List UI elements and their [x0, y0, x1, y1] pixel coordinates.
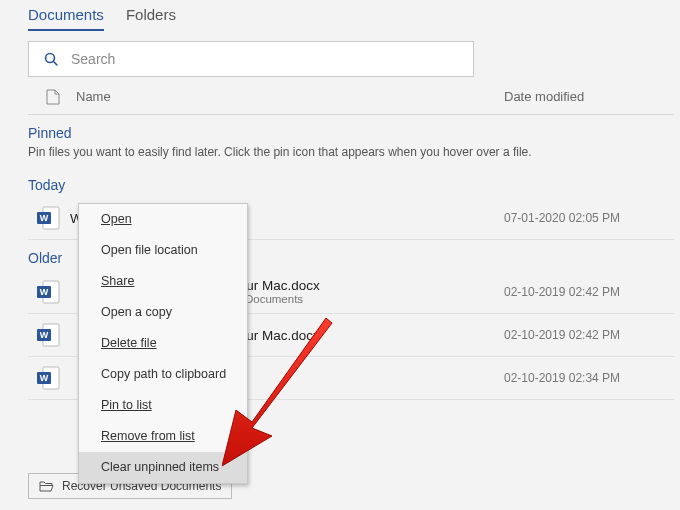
menu-clear-unpinned[interactable]: Clear unpinned items [79, 452, 247, 483]
menu-share[interactable]: Share [79, 266, 247, 297]
file-name: n Your Mac.docx [220, 328, 504, 343]
section-pinned-title: Pinned [28, 115, 680, 145]
menu-open-a-copy[interactable]: Open a copy [79, 297, 247, 328]
column-date[interactable]: Date modified [504, 89, 674, 108]
section-pinned-desc: Pin files you want to easily find later.… [28, 145, 680, 167]
word-doc-icon: W [36, 279, 70, 305]
search-input[interactable]: Search [28, 41, 474, 77]
file-date: 02-10-2019 02:34 PM [504, 371, 674, 385]
svg-text:W: W [40, 287, 49, 297]
search-icon [43, 51, 59, 67]
section-today-title: Today [28, 167, 680, 197]
menu-pin-to-list[interactable]: Pin to list [79, 390, 247, 421]
svg-text:W: W [40, 373, 49, 383]
word-doc-icon: W [36, 322, 70, 348]
file-name: n Your Mac.docx [220, 278, 504, 293]
svg-text:W: W [40, 330, 49, 340]
list-header: Name Date modified [28, 77, 674, 115]
menu-delete-file[interactable]: Delete file [79, 328, 247, 359]
menu-open-file-location[interactable]: Open file location [79, 235, 247, 266]
word-doc-icon: W [36, 365, 70, 391]
file-icon [46, 89, 60, 105]
file-date: 02-10-2019 02:42 PM [504, 285, 674, 299]
search-placeholder: Search [71, 51, 115, 67]
file-subpath: ve » Documents [220, 293, 504, 305]
context-menu: Open Open file location Share Open a cop… [78, 203, 248, 484]
tab-documents[interactable]: Documents [28, 0, 104, 31]
menu-copy-path[interactable]: Copy path to clipboard [79, 359, 247, 390]
tabs: Documents Folders [28, 0, 680, 31]
svg-line-1 [54, 62, 58, 66]
menu-open[interactable]: Open [79, 204, 247, 235]
file-date: 07-01-2020 02:05 PM [504, 211, 674, 225]
menu-remove-from-list[interactable]: Remove from list [79, 421, 247, 452]
svg-text:W: W [40, 213, 49, 223]
column-name[interactable]: Name [76, 89, 504, 108]
tab-folders[interactable]: Folders [126, 0, 176, 31]
word-doc-icon: W [36, 205, 70, 231]
file-date: 02-10-2019 02:42 PM [504, 328, 674, 342]
folder-open-icon [39, 480, 54, 492]
